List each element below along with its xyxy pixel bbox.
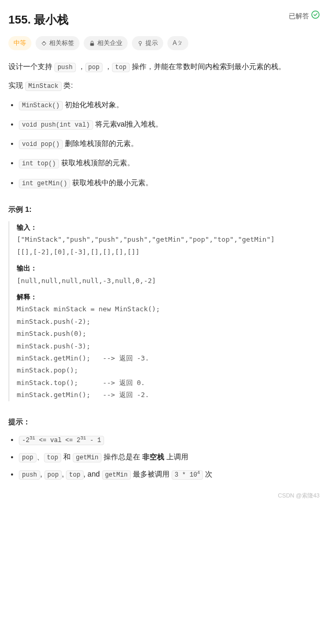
description-paragraph-1: 设计一个支持 push ，pop ，top 操作，并能在常数时间内检索到最小元素… xyxy=(8,61,320,73)
method-code: int getMin() xyxy=(19,179,70,188)
sup: 31 xyxy=(29,436,35,441)
constraint-code: pop xyxy=(19,453,37,462)
sup: 4 xyxy=(197,470,200,476)
svg-point-3 xyxy=(139,41,142,44)
method-text: 删除堆栈顶部的元素。 xyxy=(63,139,138,148)
constraint-code: 3 * 104 xyxy=(172,470,203,480)
hint-label: 提示 xyxy=(145,38,158,48)
method-code: int top() xyxy=(19,159,59,168)
related-companies-button[interactable]: 相关企业 xyxy=(84,36,128,50)
method-text: 将元素val推入堆栈。 xyxy=(93,120,163,128)
method-text: 获取堆栈中的最小元素。 xyxy=(70,178,153,187)
solved-status: 已解答 xyxy=(289,10,320,22)
bold-text: 非空栈 xyxy=(142,453,164,461)
output-label: 输出： xyxy=(17,262,320,274)
text: - 1 xyxy=(86,437,101,444)
text: <= val <= 2 xyxy=(35,437,80,444)
solved-label: 已解答 xyxy=(289,11,309,22)
text: 操作，并能在常数时间内检索到最小元素的栈。 xyxy=(130,62,286,71)
list-item: int top() 获取堆栈顶部的元素。 xyxy=(19,157,320,169)
code-pop: pop xyxy=(85,63,103,72)
input-label: 输入： xyxy=(17,221,320,233)
method-code: void push(int val) xyxy=(19,120,93,130)
text: 、 xyxy=(37,453,44,461)
method-code: void pop() xyxy=(19,140,63,149)
text: , xyxy=(62,470,66,478)
list-item: -231 <= val <= 231 - 1 xyxy=(19,434,320,446)
input-line-2: [[],[-2],[0],[-3],[],[],[],[]] xyxy=(17,246,320,258)
lightbulb-icon xyxy=(137,40,143,47)
constraint-code: getMin xyxy=(73,453,101,462)
text: , and xyxy=(84,470,102,478)
input-line-1: ["MinStack","push","push","push","getMin… xyxy=(17,233,320,245)
list-item: pop、top 和 getMin 操作总是在 非空栈 上调用 xyxy=(19,451,320,463)
text: 上调用 xyxy=(164,453,188,461)
constraint-code: -231 <= val <= 231 - 1 xyxy=(19,436,104,445)
text: ， xyxy=(103,62,112,71)
svg-rect-2 xyxy=(91,43,94,46)
translate-label: Aㄆ xyxy=(173,38,183,48)
constraint-code: push xyxy=(19,470,40,480)
text: 3 * 10 xyxy=(175,471,197,479)
method-text: 获取堆栈顶部的元素。 xyxy=(59,159,134,167)
method-text: 初始化堆栈对象。 xyxy=(63,100,123,109)
text: , xyxy=(40,470,44,478)
methods-list: MinStack() 初始化堆栈对象。 void push(int val) 将… xyxy=(8,99,320,189)
constraint-code: getMin xyxy=(102,470,131,480)
related-tags-label: 相关标签 xyxy=(49,38,74,48)
constraints-title: 提示： xyxy=(8,416,320,427)
related-companies-label: 相关企业 xyxy=(97,38,122,48)
explain-label: 解释： xyxy=(17,291,320,303)
hint-button[interactable]: 提示 xyxy=(132,36,163,50)
svg-point-1 xyxy=(44,42,44,42)
sup: 31 xyxy=(81,436,86,441)
example-block: 输入： ["MinStack","push","push","push","ge… xyxy=(8,221,320,401)
code-push: push xyxy=(54,63,76,72)
constraint-code: top xyxy=(66,470,84,480)
list-item: push, pop, top, and getMin 最多被调用 3 * 104… xyxy=(19,468,320,480)
difficulty-tag[interactable]: 中等 xyxy=(8,36,31,50)
code-top: top xyxy=(112,63,130,72)
list-item: int getMin() 获取堆栈中的最小元素。 xyxy=(19,177,320,189)
constraints-list: -231 <= val <= 231 - 1 pop、top 和 getMin … xyxy=(8,434,320,481)
list-item: void push(int val) 将元素val推入堆栈。 xyxy=(19,118,320,130)
text: -2 xyxy=(22,437,29,444)
problem-description: 设计一个支持 push ，pop ，top 操作，并能在常数时间内检索到最小元素… xyxy=(8,61,320,91)
watermark: CSDN @索隆43 xyxy=(8,491,320,501)
tag-icon xyxy=(41,40,47,47)
example-title: 示例 1: xyxy=(8,204,320,215)
constraint-code: top xyxy=(44,453,62,462)
text: 类: xyxy=(62,81,73,89)
text: 最多被调用 xyxy=(131,470,172,478)
text: 设计一个支持 xyxy=(8,62,54,71)
list-item: void pop() 删除堆栈顶部的元素。 xyxy=(19,138,320,150)
text: ， xyxy=(76,62,85,71)
lock-icon xyxy=(89,40,95,47)
description-paragraph-2: 实现 MinStack 类: xyxy=(8,80,320,92)
problem-title: 155. 最小栈 xyxy=(8,10,69,29)
translate-button[interactable]: Aㄆ xyxy=(167,36,188,50)
method-code: MinStack() xyxy=(19,101,63,110)
text: 和 xyxy=(61,453,73,461)
constraint-code: pop xyxy=(44,470,62,480)
explain-body: MinStack minStack = new MinStack(); minS… xyxy=(17,303,320,401)
tags-row: 中等 相关标签 相关企业 提示 Aㄆ xyxy=(8,36,320,50)
text: 实现 xyxy=(8,81,25,89)
related-tags-button[interactable]: 相关标签 xyxy=(36,36,80,50)
text: 操作总是在 xyxy=(101,453,142,461)
list-item: MinStack() 初始化堆栈对象。 xyxy=(19,99,320,111)
code-minstack: MinStack xyxy=(25,82,62,91)
text: 次 xyxy=(203,470,212,478)
check-icon xyxy=(311,10,320,22)
output-line: [null,null,null,null,-3,null,0,-2] xyxy=(17,275,320,287)
